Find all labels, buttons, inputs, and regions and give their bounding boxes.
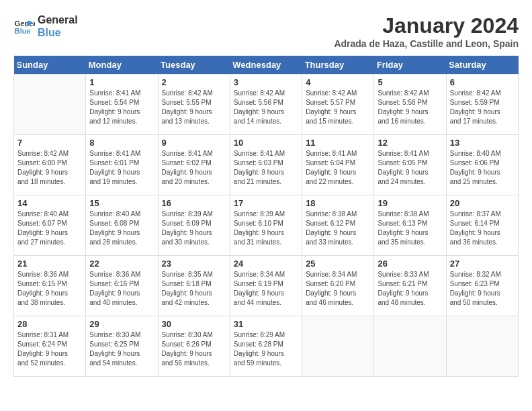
day-info: Sunrise: 8:32 AM Sunset: 6:23 PM Dayligh… bbox=[450, 270, 515, 308]
calendar-cell: 15Sunrise: 8:40 AM Sunset: 6:08 PM Dayli… bbox=[86, 195, 158, 256]
calendar-cell: 30Sunrise: 8:30 AM Sunset: 6:26 PM Dayli… bbox=[158, 316, 230, 377]
calendar-cell: 21Sunrise: 8:36 AM Sunset: 6:15 PM Dayli… bbox=[14, 256, 86, 316]
day-number: 13 bbox=[450, 138, 515, 148]
day-header-sunday: Sunday bbox=[14, 56, 86, 75]
calendar-cell: 22Sunrise: 8:36 AM Sunset: 6:16 PM Dayli… bbox=[86, 256, 158, 316]
day-number: 17 bbox=[234, 198, 298, 208]
day-info: Sunrise: 8:33 AM Sunset: 6:21 PM Dayligh… bbox=[378, 270, 442, 308]
day-info: Sunrise: 8:40 AM Sunset: 6:07 PM Dayligh… bbox=[17, 210, 82, 247]
day-number: 20 bbox=[450, 198, 515, 208]
calendar-week-1: 1Sunrise: 8:41 AM Sunset: 5:54 PM Daylig… bbox=[14, 75, 519, 135]
day-number: 9 bbox=[162, 138, 226, 148]
day-number: 22 bbox=[89, 259, 154, 269]
day-info: Sunrise: 8:34 AM Sunset: 6:19 PM Dayligh… bbox=[234, 270, 298, 308]
calendar-table: SundayMondayTuesdayWednesdayThursdayFrid… bbox=[13, 56, 519, 377]
month-title: January 2024 bbox=[334, 13, 519, 38]
calendar-cell: 16Sunrise: 8:39 AM Sunset: 6:09 PM Dayli… bbox=[158, 195, 230, 256]
svg-text:Blue: Blue bbox=[15, 27, 31, 35]
calendar-week-4: 21Sunrise: 8:36 AM Sunset: 6:15 PM Dayli… bbox=[14, 256, 519, 316]
title-block: January 2024 Adrada de Haza, Castille an… bbox=[334, 13, 519, 49]
day-info: Sunrise: 8:40 AM Sunset: 6:08 PM Dayligh… bbox=[89, 210, 154, 247]
day-header-monday: Monday bbox=[86, 56, 158, 75]
day-info: Sunrise: 8:35 AM Sunset: 6:18 PM Dayligh… bbox=[162, 270, 226, 308]
day-info: Sunrise: 8:39 AM Sunset: 6:10 PM Dayligh… bbox=[234, 210, 298, 247]
day-info: Sunrise: 8:41 AM Sunset: 6:03 PM Dayligh… bbox=[234, 149, 298, 187]
day-info: Sunrise: 8:41 AM Sunset: 6:02 PM Dayligh… bbox=[162, 149, 226, 187]
calendar-cell bbox=[302, 316, 374, 377]
day-number: 1 bbox=[89, 77, 154, 87]
calendar-cell: 7Sunrise: 8:42 AM Sunset: 6:00 PM Daylig… bbox=[14, 135, 86, 195]
calendar-cell: 10Sunrise: 8:41 AM Sunset: 6:03 PM Dayli… bbox=[230, 135, 302, 195]
day-info: Sunrise: 8:42 AM Sunset: 5:58 PM Dayligh… bbox=[378, 89, 442, 126]
day-info: Sunrise: 8:42 AM Sunset: 6:00 PM Dayligh… bbox=[17, 149, 82, 187]
logo-general: General bbox=[38, 13, 78, 26]
calendar-cell: 6Sunrise: 8:42 AM Sunset: 5:59 PM Daylig… bbox=[446, 75, 518, 135]
day-number: 30 bbox=[162, 319, 226, 329]
day-info: Sunrise: 8:36 AM Sunset: 6:16 PM Dayligh… bbox=[89, 270, 154, 308]
day-info: Sunrise: 8:39 AM Sunset: 6:09 PM Dayligh… bbox=[162, 210, 226, 247]
calendar-cell: 23Sunrise: 8:35 AM Sunset: 6:18 PM Dayli… bbox=[158, 256, 230, 316]
day-number: 3 bbox=[234, 77, 298, 87]
calendar-cell: 19Sunrise: 8:38 AM Sunset: 6:13 PM Dayli… bbox=[374, 195, 446, 256]
day-info: Sunrise: 8:42 AM Sunset: 5:57 PM Dayligh… bbox=[306, 89, 370, 126]
calendar-cell: 8Sunrise: 8:41 AM Sunset: 6:01 PM Daylig… bbox=[86, 135, 158, 195]
day-header-saturday: Saturday bbox=[446, 56, 518, 75]
day-number: 21 bbox=[17, 259, 82, 269]
day-number: 31 bbox=[234, 319, 298, 329]
day-number: 24 bbox=[234, 259, 298, 269]
day-number: 26 bbox=[378, 259, 442, 269]
day-info: Sunrise: 8:37 AM Sunset: 6:14 PM Dayligh… bbox=[450, 210, 515, 247]
day-number: 25 bbox=[306, 259, 370, 269]
day-info: Sunrise: 8:41 AM Sunset: 6:01 PM Dayligh… bbox=[89, 149, 154, 187]
calendar-cell: 2Sunrise: 8:42 AM Sunset: 5:55 PM Daylig… bbox=[158, 75, 230, 135]
calendar-cell bbox=[446, 316, 518, 377]
day-number: 28 bbox=[17, 319, 82, 329]
calendar-cell: 12Sunrise: 8:41 AM Sunset: 6:05 PM Dayli… bbox=[374, 135, 446, 195]
day-info: Sunrise: 8:38 AM Sunset: 6:12 PM Dayligh… bbox=[306, 210, 370, 247]
location-subtitle: Adrada de Haza, Castille and Leon, Spain bbox=[334, 38, 519, 49]
day-number: 4 bbox=[306, 77, 370, 87]
day-number: 2 bbox=[162, 77, 226, 87]
day-info: Sunrise: 8:34 AM Sunset: 6:20 PM Dayligh… bbox=[306, 270, 370, 308]
day-info: Sunrise: 8:41 AM Sunset: 6:04 PM Dayligh… bbox=[306, 149, 370, 187]
day-info: Sunrise: 8:42 AM Sunset: 5:59 PM Dayligh… bbox=[450, 89, 515, 126]
day-number: 29 bbox=[89, 319, 154, 329]
day-number: 27 bbox=[450, 259, 515, 269]
day-info: Sunrise: 8:41 AM Sunset: 5:54 PM Dayligh… bbox=[89, 89, 154, 126]
day-info: Sunrise: 8:29 AM Sunset: 6:28 PM Dayligh… bbox=[234, 330, 298, 368]
day-info: Sunrise: 8:42 AM Sunset: 5:55 PM Dayligh… bbox=[162, 89, 226, 126]
logo-blue: Blue bbox=[38, 26, 78, 39]
day-number: 23 bbox=[162, 259, 226, 269]
calendar-cell bbox=[374, 316, 446, 377]
day-number: 5 bbox=[378, 77, 442, 87]
calendar-cell bbox=[14, 75, 86, 135]
calendar-week-5: 28Sunrise: 8:31 AM Sunset: 6:24 PM Dayli… bbox=[14, 316, 519, 377]
calendar-cell: 4Sunrise: 8:42 AM Sunset: 5:57 PM Daylig… bbox=[302, 75, 374, 135]
day-number: 16 bbox=[162, 198, 226, 208]
calendar-cell: 1Sunrise: 8:41 AM Sunset: 5:54 PM Daylig… bbox=[86, 75, 158, 135]
day-header-wednesday: Wednesday bbox=[230, 56, 302, 75]
day-info: Sunrise: 8:36 AM Sunset: 6:15 PM Dayligh… bbox=[17, 270, 82, 308]
day-header-friday: Friday bbox=[374, 56, 446, 75]
calendar-cell: 24Sunrise: 8:34 AM Sunset: 6:19 PM Dayli… bbox=[230, 256, 302, 316]
day-number: 14 bbox=[17, 198, 82, 208]
logo: General Blue General Blue bbox=[13, 13, 78, 39]
day-number: 12 bbox=[378, 138, 442, 148]
calendar-cell: 26Sunrise: 8:33 AM Sunset: 6:21 PM Dayli… bbox=[374, 256, 446, 316]
calendar-cell: 17Sunrise: 8:39 AM Sunset: 6:10 PM Dayli… bbox=[230, 195, 302, 256]
day-number: 8 bbox=[89, 138, 154, 148]
calendar-cell: 5Sunrise: 8:42 AM Sunset: 5:58 PM Daylig… bbox=[374, 75, 446, 135]
calendar-cell: 28Sunrise: 8:31 AM Sunset: 6:24 PM Dayli… bbox=[14, 316, 86, 377]
calendar-week-2: 7Sunrise: 8:42 AM Sunset: 6:00 PM Daylig… bbox=[14, 135, 519, 195]
day-info: Sunrise: 8:41 AM Sunset: 6:05 PM Dayligh… bbox=[378, 149, 442, 187]
day-info: Sunrise: 8:40 AM Sunset: 6:06 PM Dayligh… bbox=[450, 149, 515, 187]
day-info: Sunrise: 8:38 AM Sunset: 6:13 PM Dayligh… bbox=[378, 210, 442, 247]
calendar-cell: 31Sunrise: 8:29 AM Sunset: 6:28 PM Dayli… bbox=[230, 316, 302, 377]
day-number: 6 bbox=[450, 77, 515, 87]
calendar-cell: 18Sunrise: 8:38 AM Sunset: 6:12 PM Dayli… bbox=[302, 195, 374, 256]
day-info: Sunrise: 8:30 AM Sunset: 6:25 PM Dayligh… bbox=[89, 330, 154, 368]
calendar-cell: 3Sunrise: 8:42 AM Sunset: 5:56 PM Daylig… bbox=[230, 75, 302, 135]
calendar-cell: 29Sunrise: 8:30 AM Sunset: 6:25 PM Dayli… bbox=[86, 316, 158, 377]
calendar-week-3: 14Sunrise: 8:40 AM Sunset: 6:07 PM Dayli… bbox=[14, 195, 519, 256]
calendar-cell: 25Sunrise: 8:34 AM Sunset: 6:20 PM Dayli… bbox=[302, 256, 374, 316]
